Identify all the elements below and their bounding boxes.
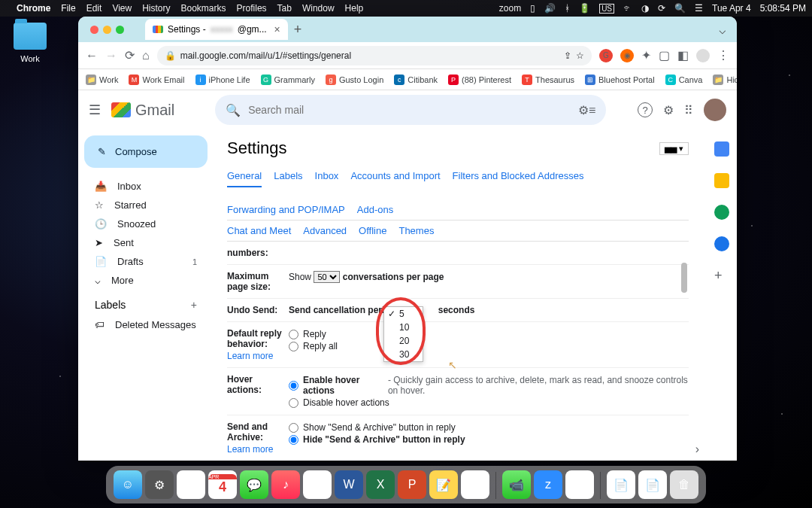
account-avatar[interactable] [704, 99, 726, 121]
menu-bookmarks[interactable]: Bookmarks [181, 3, 226, 14]
messages-icon[interactable]: 💬 [240, 470, 268, 499]
control-center-icon[interactable]: ☰ [695, 3, 703, 14]
archive-hide-radio[interactable] [289, 435, 298, 445]
browser-tab[interactable]: Settings - xxxxx @gm... × [145, 19, 288, 40]
main-menu-icon[interactable]: ☰ [89, 102, 101, 118]
menu-file[interactable]: File [61, 3, 75, 14]
menubar-date[interactable]: Tue Apr 4 [712, 3, 751, 14]
tab-labels[interactable]: Labels [274, 166, 302, 187]
desktop-folder-work[interactable]: Work [14, 23, 47, 63]
apps-grid-icon[interactable]: ⠿ [684, 103, 693, 117]
forward-button[interactable]: → [105, 49, 117, 62]
sidebar-more[interactable]: ⌵More [84, 271, 208, 290]
reload-button[interactable]: ⟳ [125, 48, 135, 62]
menu-tab[interactable]: Tab [277, 3, 292, 14]
slack-icon[interactable]: ✱ [461, 470, 489, 499]
help-icon[interactable]: ? [638, 102, 653, 117]
share-icon[interactable]: ⇪ [564, 50, 571, 61]
bookmark-thesaurus[interactable]: TThesaurus [522, 75, 574, 85]
calendar-app-icon[interactable]: APR4 [208, 470, 237, 499]
home-button[interactable]: ⌂ [142, 49, 150, 62]
spotlight-icon[interactable]: 🔍 [674, 3, 686, 14]
bookmark-iphone-life[interactable]: iiPhone Life [195, 75, 250, 85]
address-bar[interactable]: 🔒 mail.google.com/mail/u/1/#settings/gen… [157, 46, 592, 65]
new-tab-button[interactable]: + [294, 22, 302, 38]
launchpad-icon[interactable]: ⊞ [177, 470, 205, 499]
calendar-icon[interactable] [714, 141, 729, 157]
scrollbar-thumb[interactable] [681, 263, 687, 293]
archive-show-radio[interactable] [289, 423, 298, 433]
chrome-icon[interactable]: ◉ [303, 470, 332, 499]
facetime-icon[interactable]: 📹 [502, 470, 531, 499]
menu-history[interactable]: History [142, 3, 170, 14]
menu-profiles[interactable]: Profiles [237, 3, 267, 14]
menubar-time[interactable]: 5:08:54 PM [760, 3, 806, 14]
tab-accounts[interactable]: Accounts and Import [350, 166, 440, 187]
close-window-button[interactable] [90, 26, 98, 34]
doc2-icon[interactable]: 📄 [638, 470, 667, 499]
bookmark-hidden-gems[interactable]: 📁Hidden Gems [713, 75, 737, 85]
bookmark-grammarly[interactable]: GGrammarly [261, 75, 315, 85]
notes-icon[interactable]: 📝 [429, 470, 458, 499]
tasks-icon[interactable] [714, 205, 729, 220]
volume-icon[interactable]: 🔊 [544, 3, 556, 14]
add-app-icon[interactable]: + [714, 268, 729, 283]
tab-forwarding[interactable]: Forwarding and POP/IMAP [227, 199, 345, 220]
input-lang[interactable]: US [599, 4, 614, 14]
zoom-icon[interactable]: z [534, 470, 562, 499]
bookmark-work[interactable]: 📁Work [86, 75, 118, 85]
minimize-window-button[interactable] [103, 26, 111, 34]
sidebar-inbox[interactable]: 📥Inbox [84, 177, 208, 196]
sidebar-starred[interactable]: ☆Starred [84, 196, 208, 214]
system-settings-icon[interactable]: ⚙ [145, 470, 174, 499]
back-button[interactable]: ← [86, 49, 98, 62]
tab-dropdown-icon[interactable]: ⌵ [719, 23, 726, 37]
bookmark-canva[interactable]: CCanva [665, 75, 703, 85]
bookmark-bluehost[interactable]: ⊞Bluehost Portal [585, 75, 655, 85]
extensions-icon[interactable]: ✦ [641, 48, 651, 62]
undo-option-10[interactable]: 10 [384, 321, 423, 334]
undo-option-20[interactable]: 20 [384, 334, 423, 348]
tab-inbox[interactable]: Inbox [315, 166, 339, 187]
profile-avatar-icon[interactable] [696, 49, 710, 62]
doc1-icon[interactable]: 📄 [607, 470, 635, 499]
maximize-window-button[interactable] [116, 26, 124, 34]
cast-icon[interactable]: ▢ [659, 48, 670, 62]
extension-1-icon[interactable]: G [599, 49, 613, 62]
keep-icon[interactable] [714, 173, 729, 188]
powerpoint-icon[interactable]: P [398, 470, 426, 499]
archive-learn-more[interactable]: Learn more [227, 444, 289, 455]
sidebar-drafts[interactable]: 📄Drafts1 [84, 252, 208, 271]
bookmark-work-email[interactable]: MWork Email [129, 75, 184, 85]
tab-offline[interactable]: Offline [359, 221, 386, 241]
bookmark-star-icon[interactable]: ☆ [576, 50, 584, 61]
finder-icon[interactable]: ☺ [114, 470, 142, 499]
reply-learn-more[interactable]: Learn more [227, 351, 289, 361]
trash-icon[interactable]: 🗑 [670, 470, 698, 499]
page-size-select[interactable]: 50 [314, 271, 340, 283]
search-options-icon[interactable]: ⚙≡ [578, 103, 595, 117]
word-icon[interactable]: W [335, 470, 363, 499]
bookmark-citibank[interactable]: cCitibank [394, 75, 438, 85]
menubar-app[interactable]: Chrome [17, 3, 50, 14]
side-panel-toggle-icon[interactable]: › [695, 443, 699, 456]
reply-all-radio[interactable] [289, 342, 298, 351]
menu-edit[interactable]: Edit [86, 3, 102, 14]
contacts-icon[interactable] [714, 236, 729, 251]
add-label-icon[interactable]: + [191, 299, 197, 311]
tab-advanced[interactable]: Advanced [303, 221, 347, 241]
undo-option-30[interactable]: 30 [384, 348, 423, 361]
music-icon[interactable]: ♪ [271, 470, 300, 499]
tab-addons[interactable]: Add-ons [357, 199, 393, 220]
search-box[interactable]: 🔍 ⚙≡ [215, 95, 606, 125]
gmail-logo[interactable]: Gmail [111, 102, 174, 119]
menu-help[interactable]: Help [345, 3, 364, 14]
reply-radio[interactable] [289, 330, 298, 339]
side-panel-icon[interactable]: ◧ [677, 48, 689, 62]
wifi-icon[interactable]: ᯤ [623, 3, 632, 14]
close-tab-icon[interactable]: × [274, 23, 280, 35]
extension-2-icon[interactable]: ◉ [620, 49, 634, 62]
screen-icon[interactable]: ▯ [530, 3, 535, 14]
excel-icon[interactable]: X [366, 470, 395, 499]
bluetooth-icon[interactable]: ᚼ [565, 3, 570, 14]
